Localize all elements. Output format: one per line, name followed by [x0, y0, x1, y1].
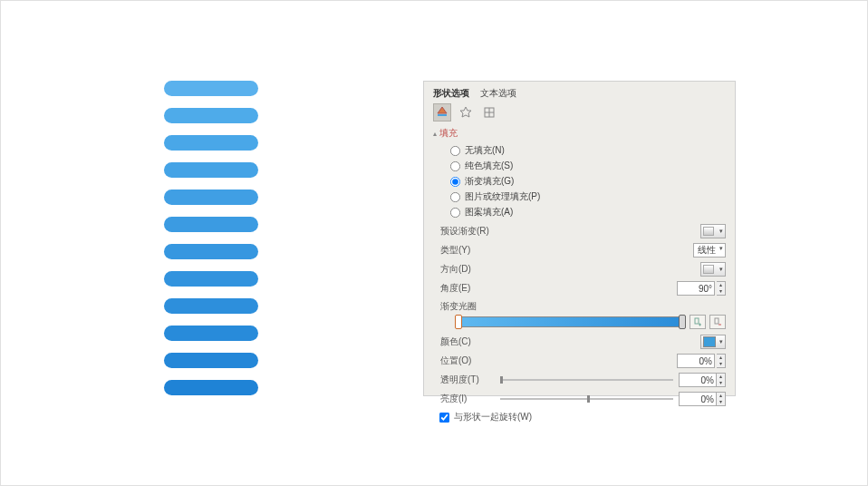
transparency-input[interactable] — [679, 373, 717, 387]
brightness-spinner[interactable]: ▴▾ — [717, 392, 726, 406]
color-dropdown[interactable]: ▾ — [700, 335, 726, 349]
gradient-stop-handle[interactable] — [679, 315, 686, 329]
tab-shape-options[interactable]: 形状选项 — [433, 87, 469, 100]
transparency-label: 透明度(T) — [440, 374, 495, 386]
brightness-label: 亮度(I) — [440, 393, 495, 405]
angle-input[interactable] — [677, 281, 715, 296]
svg-marker-1 — [460, 107, 471, 117]
angle-label: 角度(E) — [440, 282, 495, 295]
format-shape-panel: 形状选项 文本选项 填充 无填充(N) 纯色填充(S) 渐变填充(G) 图片或纹… — [423, 81, 736, 396]
svg-rect-8 — [715, 318, 719, 324]
direction-dropdown[interactable]: ▾ — [700, 262, 726, 277]
gradient-stops-label: 渐变光圈 — [440, 300, 726, 313]
fill-section-header[interactable]: 填充 — [433, 127, 726, 140]
preset-gradient-dropdown[interactable]: ▾ — [700, 224, 726, 238]
panel-tabs: 形状选项 文本选项 — [433, 87, 726, 100]
shape-pill[interactable] — [164, 380, 258, 395]
shape-pill[interactable] — [164, 190, 258, 205]
tab-text-options[interactable]: 文本选项 — [480, 87, 516, 100]
shape-pill[interactable] — [164, 326, 258, 341]
radio-picture-fill[interactable]: 图片或纹理填充(P) — [449, 190, 726, 203]
canvas-area — [164, 81, 291, 407]
radio-solid-fill[interactable]: 纯色填充(S) — [449, 160, 726, 172]
transparency-slider[interactable] — [500, 379, 673, 381]
fill-radio-group: 无填充(N) 纯色填充(S) 渐变填充(G) 图片或纹理填充(P) 图案填充(A… — [433, 144, 726, 219]
brightness-input[interactable] — [679, 392, 717, 406]
rotate-with-shape-checkbox[interactable]: 与形状一起旋转(W) — [433, 411, 726, 423]
position-input[interactable] — [677, 354, 715, 368]
direction-label: 方向(D) — [440, 263, 495, 276]
radio-no-fill[interactable]: 无填充(N) — [449, 144, 726, 157]
size-properties-icon[interactable] — [480, 103, 498, 122]
shape-pill[interactable] — [164, 353, 258, 368]
color-label: 颜色(C) — [440, 335, 495, 348]
remove-gradient-stop-button[interactable] — [709, 315, 726, 329]
shape-pill[interactable] — [164, 162, 258, 178]
add-gradient-stop-button[interactable] — [690, 315, 706, 329]
shape-pill[interactable] — [164, 244, 258, 259]
type-label: 类型(Y) — [440, 244, 495, 257]
gradient-stop-handle[interactable] — [455, 315, 462, 329]
gradient-stops-bar[interactable] — [455, 316, 686, 327]
type-dropdown[interactable]: 线性 — [693, 243, 726, 258]
shape-pill[interactable] — [164, 135, 258, 151]
position-label: 位置(O) — [440, 355, 495, 367]
svg-rect-5 — [695, 318, 699, 324]
effects-icon[interactable] — [457, 103, 475, 122]
fill-line-icon[interactable] — [433, 103, 451, 122]
svg-rect-0 — [438, 114, 447, 116]
shape-pill[interactable] — [164, 108, 258, 123]
shape-pill[interactable] — [164, 81, 258, 96]
brightness-slider[interactable] — [500, 398, 673, 400]
radio-pattern-fill[interactable]: 图案填充(A) — [449, 206, 726, 219]
position-spinner[interactable]: ▴▾ — [717, 354, 726, 368]
angle-spinner[interactable]: ▴▾ — [717, 281, 726, 296]
shape-pill[interactable] — [164, 271, 258, 287]
preset-gradient-label: 预设渐变(R) — [440, 225, 495, 238]
tool-icon-row — [433, 103, 726, 122]
radio-gradient-fill[interactable]: 渐变填充(G) — [449, 175, 726, 188]
shape-pill[interactable] — [164, 217, 258, 232]
color-swatch-icon — [703, 336, 716, 347]
transparency-spinner[interactable]: ▴▾ — [717, 373, 726, 387]
shape-pill[interactable] — [164, 298, 258, 314]
